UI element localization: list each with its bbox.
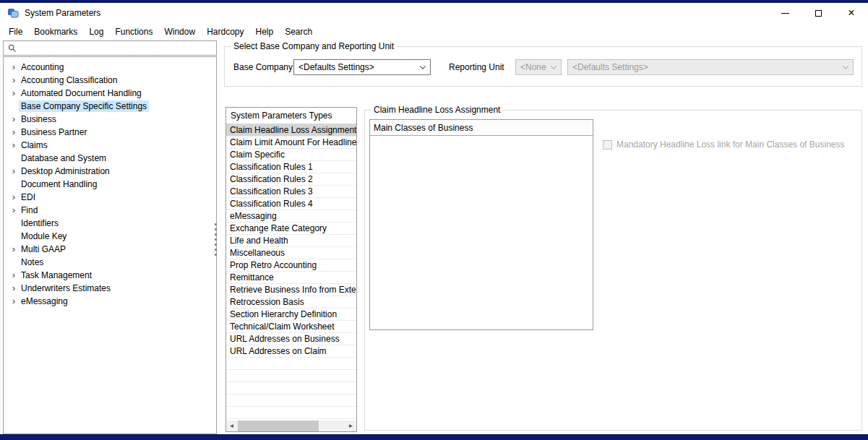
chevron-right-icon[interactable]: › bbox=[9, 244, 19, 254]
types-list-item[interactable]: URL Addresses on Claim bbox=[226, 345, 356, 358]
types-list-item[interactable]: Remittance bbox=[226, 272, 356, 284]
detail-section: Claim Headline Loss Assignment Main Clas… bbox=[364, 110, 862, 431]
types-list-item[interactable]: Classification Rules 2 bbox=[226, 173, 356, 186]
tree-item-label: Business Partner bbox=[19, 126, 89, 138]
panel-splitter[interactable] bbox=[213, 223, 218, 261]
tree-item-label: Document Handling bbox=[19, 178, 99, 190]
horizontal-scrollbar[interactable]: ◄ ► bbox=[226, 420, 356, 431]
chevron-right-icon[interactable]: › bbox=[9, 192, 19, 202]
main-classes-header: Main Classes of Business bbox=[370, 120, 593, 136]
types-list-item[interactable]: Retrieve Business Info from External bbox=[226, 284, 356, 296]
menu-item-bookmarks[interactable]: Bookmarks bbox=[28, 25, 83, 39]
tree-item-label: eMessaging bbox=[19, 296, 70, 307]
types-list-panel: System Parameters Types Claim Headline L… bbox=[225, 107, 357, 432]
types-list-item[interactable]: Exchange Rate Category bbox=[226, 223, 356, 235]
tree-item-label: Automated Document Handling bbox=[19, 87, 144, 99]
minimize-button[interactable] bbox=[768, 3, 802, 23]
types-list-empty-row bbox=[226, 394, 356, 407]
types-list-title: System Parameters Types bbox=[226, 108, 356, 124]
types-list-empty-row bbox=[226, 382, 356, 394]
tree-item-label: Base Company Specific Settings bbox=[19, 100, 149, 112]
chevron-right-icon[interactable]: › bbox=[9, 127, 19, 137]
tree-item[interactable]: ›Underwriters Estimates bbox=[4, 282, 216, 295]
tree-search-input[interactable] bbox=[20, 41, 216, 55]
tree-item[interactable]: ›Multi GAAP bbox=[4, 243, 216, 256]
chevron-right-icon[interactable]: › bbox=[9, 166, 19, 176]
types-list-item[interactable]: Claim Limit Amount For Headline Loss bbox=[226, 137, 356, 149]
tree-item[interactable]: ›Accounting Classification bbox=[4, 74, 216, 87]
types-list-item[interactable]: Technical/Claim Worksheet bbox=[226, 321, 356, 333]
menu-item-file[interactable]: File bbox=[3, 25, 28, 39]
main-classes-body[interactable] bbox=[370, 136, 593, 329]
types-list-item[interactable]: Retrocession Basis bbox=[226, 296, 356, 309]
types-list-item[interactable]: Claim Headline Loss Assignment bbox=[226, 124, 356, 137]
scroll-right-icon[interactable]: ► bbox=[345, 420, 356, 431]
types-list-item[interactable]: Claim Specific bbox=[226, 149, 356, 161]
tree-item-label: Notes bbox=[19, 256, 46, 268]
tree-item[interactable]: ›Module Key bbox=[4, 230, 216, 243]
types-list-empty-row bbox=[226, 358, 356, 370]
chevron-right-icon[interactable]: › bbox=[9, 296, 19, 306]
company-section: Select Base Company and Reporting Unit B… bbox=[224, 46, 862, 87]
maximize-button[interactable] bbox=[802, 3, 835, 23]
chevron-right-icon[interactable]: › bbox=[9, 62, 19, 72]
tree-item-label: Database and System bbox=[19, 152, 108, 164]
menu-item-log[interactable]: Log bbox=[83, 25, 109, 39]
chevron-right-icon[interactable]: › bbox=[9, 205, 19, 215]
chevron-right-icon[interactable]: › bbox=[9, 75, 19, 85]
types-list-item[interactable]: Prop Retro Accounting bbox=[226, 259, 356, 272]
tree-item[interactable]: ›Claims bbox=[4, 139, 216, 152]
chevron-right-icon[interactable]: › bbox=[9, 140, 19, 150]
tree-item[interactable]: ›Notes bbox=[4, 256, 216, 269]
tree-item[interactable]: ›EDI bbox=[4, 191, 216, 204]
types-list-item[interactable]: Miscellaneous bbox=[226, 247, 356, 259]
tree-item[interactable]: ›Automated Document Handling bbox=[4, 87, 216, 100]
tree-item-label: Business bbox=[19, 113, 59, 125]
types-list-item[interactable]: Classification Rules 1 bbox=[226, 161, 356, 173]
menu-item-functions[interactable]: Functions bbox=[109, 25, 158, 39]
chevron-right-icon[interactable]: › bbox=[9, 270, 19, 280]
tree-item[interactable]: ›Accounting bbox=[4, 61, 216, 74]
chevron-right-icon[interactable]: › bbox=[9, 283, 19, 293]
types-list-item[interactable]: Classification Rules 4 bbox=[226, 198, 356, 210]
menu-item-window[interactable]: Window bbox=[158, 25, 201, 39]
close-icon: × bbox=[848, 7, 854, 19]
reporting-unit-select: <None> bbox=[515, 59, 562, 75]
tree-item[interactable]: ›eMessaging bbox=[4, 295, 216, 308]
tree-item[interactable]: ›Base Company Specific Settings bbox=[4, 100, 216, 113]
tree-item[interactable]: ›Identifiers bbox=[4, 217, 216, 230]
scroll-left-icon[interactable]: ◄ bbox=[226, 420, 237, 431]
tree-item[interactable]: ›Business Partner bbox=[4, 126, 216, 139]
titlebar: System Parameters × bbox=[0, 3, 868, 23]
types-list-item[interactable]: Section Hierarchy Definition bbox=[226, 309, 356, 321]
chevron-down-icon bbox=[416, 65, 430, 69]
tree-item[interactable]: ›Desktop Administration bbox=[4, 165, 216, 178]
close-button[interactable]: × bbox=[835, 3, 868, 23]
reporting-unit-settings-value: <Defaults Settings> bbox=[572, 62, 648, 72]
window-title: System Parameters bbox=[25, 8, 100, 18]
tree-item-label: Accounting Classification bbox=[19, 74, 119, 86]
types-list-item[interactable]: Classification Rules 3 bbox=[226, 186, 356, 198]
menu-item-hardcopy[interactable]: Hardcopy bbox=[201, 25, 249, 39]
tree-item[interactable]: ›Database and System bbox=[4, 152, 216, 165]
reporting-unit-label: Reporting Unit bbox=[449, 59, 504, 75]
main-classes-table: Main Classes of Business bbox=[369, 119, 593, 330]
types-list-item[interactable]: URL Addresses on Business bbox=[226, 333, 356, 345]
chevron-right-icon[interactable]: › bbox=[9, 88, 19, 98]
base-company-select[interactable]: <Defaults Settings> bbox=[293, 59, 431, 75]
menu-item-help[interactable]: Help bbox=[249, 25, 279, 39]
chevron-right-icon[interactable]: › bbox=[9, 114, 19, 124]
tree-item-label: Desktop Administration bbox=[19, 165, 112, 177]
tree-item-label: Multi GAAP bbox=[19, 243, 68, 255]
tree-item[interactable]: ›Task Management bbox=[4, 269, 216, 282]
types-list-item[interactable]: eMessaging bbox=[226, 210, 356, 223]
types-list-item[interactable]: Life and Health bbox=[226, 235, 356, 247]
base-company-label: Base Company bbox=[233, 59, 293, 75]
chevron-down-icon bbox=[838, 65, 853, 69]
tree-item-label: Identifiers bbox=[19, 217, 61, 229]
tree-item[interactable]: ›Find bbox=[4, 204, 216, 217]
tree-item[interactable]: ›Document Handling bbox=[4, 178, 216, 191]
scrollbar-thumb[interactable] bbox=[238, 420, 319, 431]
menu-item-search[interactable]: Search bbox=[279, 25, 318, 39]
tree-item[interactable]: ›Business bbox=[4, 113, 216, 126]
